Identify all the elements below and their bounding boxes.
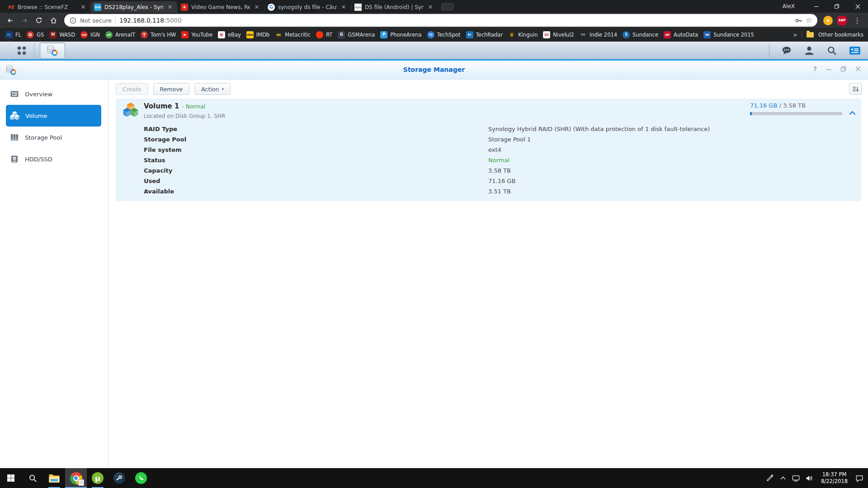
dsm-main-menu-button[interactable] [9, 41, 34, 60]
browser-menu-icon[interactable]: ⋮ [850, 16, 864, 25]
sidebar-item-hdd-ssd[interactable]: HDD/SSD [0, 148, 108, 170]
bookmark-item[interactable]: W WASD [49, 31, 75, 38]
bookmark-item[interactable]: ▶ YouTube [181, 31, 212, 38]
window-minimize-icon[interactable] [826, 66, 831, 71]
bookmark-star-icon[interactable]: ☆ [806, 16, 812, 24]
bookmark-item[interactable]: T Tom's HW [141, 31, 176, 38]
collapse-chevron-up-icon[interactable] [849, 108, 856, 117]
bookmark-item[interactable]: IW Indie 2014 [580, 31, 617, 38]
create-button[interactable]: Create [116, 83, 148, 95]
other-bookmarks-label[interactable]: Other bookmarks [818, 32, 863, 38]
bookmark-item[interactable]: S Sundance [623, 31, 658, 38]
widgets-panel-icon[interactable] [849, 46, 861, 56]
volume-speaker-icon[interactable] [806, 475, 813, 482]
sort-button[interactable] [849, 83, 862, 95]
bookmark-item[interactable]: FL FL [5, 31, 21, 38]
volume-status-separator: - [182, 103, 184, 110]
reload-button[interactable] [33, 14, 45, 27]
bookmark-item[interactable]: TS TechSpot [427, 31, 461, 38]
chrome-taskbar-button[interactable] [65, 468, 87, 488]
search-icon[interactable] [826, 45, 837, 56]
address-bar[interactable]: Not secure 192.168.0.118:5000 ☆ [64, 14, 817, 27]
storage-manager-taskbar-button[interactable] [40, 42, 65, 59]
tab-ds-file[interactable]: Syno DS file (Android) | Synolo ✕ [351, 1, 438, 13]
tab-ds218play[interactable]: DSM DS218play_Alex - Synolog ✕ [90, 1, 177, 13]
sidebar-item-overview[interactable]: Overview [0, 83, 108, 105]
bookmark-item[interactable]: G GS [27, 31, 44, 38]
usage-progress-track [750, 112, 842, 115]
tab-video-game-news[interactable]: + Video Game News, Revie ✕ [177, 1, 264, 13]
bookmark-item[interactable]: tr TechRadar [466, 31, 503, 38]
detail-label: Storage Pool [144, 136, 488, 143]
hidden-icons-chevron-icon[interactable] [780, 476, 786, 480]
windows-ink-pen-icon[interactable] [767, 474, 774, 482]
adblock-plus-icon[interactable]: ABP [837, 16, 847, 25]
minimize-button[interactable] [806, 0, 826, 13]
tab-google-search[interactable]: G synogoly ds file - Căutare ✕ [264, 1, 351, 13]
bookmark-item[interactable]: G GSMArena [338, 31, 375, 38]
window-close-icon[interactable] [855, 66, 861, 71]
bookmark-item[interactable]: P PhoneArena [380, 31, 421, 38]
home-button[interactable] [47, 14, 60, 27]
profile-name[interactable]: AleX [783, 3, 806, 9]
bookmark-item[interactable]: AD AutoData [664, 31, 698, 38]
volume-name: Volume 1 [144, 102, 179, 110]
forward-button[interactable] [18, 14, 31, 27]
start-button[interactable] [0, 468, 22, 488]
close-button[interactable] [847, 0, 868, 13]
user-account-icon[interactable] [804, 45, 815, 56]
tab-close-icon[interactable]: ✕ [427, 4, 434, 10]
new-tab-button[interactable] [441, 3, 454, 10]
bookmark-item[interactable]: m Metacritic [275, 31, 311, 38]
storage-pool-icon [10, 133, 19, 142]
bookmark-item[interactable]: RT [316, 31, 332, 38]
tab-close-icon[interactable]: ✕ [340, 4, 347, 10]
detail-value: 71.16 GB [488, 178, 515, 184]
window-restore-icon[interactable] [840, 66, 846, 72]
security-label[interactable]: Not secure [80, 17, 112, 24]
network-icon[interactable] [792, 475, 800, 482]
bookmark-item[interactable]: e eBay [218, 31, 241, 38]
info-icon[interactable] [70, 17, 76, 24]
password-key-icon[interactable] [795, 17, 802, 24]
window-controls: ? [813, 65, 861, 72]
bookmark-item[interactable]: IMDb IMDb [246, 31, 269, 38]
back-button[interactable] [4, 14, 16, 27]
back-icon [6, 17, 14, 24]
sidebar-item-storage-pool[interactable]: Storage Pool [0, 127, 108, 148]
bookmark-label: FL [15, 32, 21, 38]
bookmark-item[interactable]: IW Sundance 2015 [703, 31, 754, 38]
extension-star-icon[interactable]: ★ [823, 16, 833, 25]
help-button[interactable]: ? [813, 65, 817, 72]
tab-close-icon[interactable]: ✕ [166, 4, 174, 10]
sidebar-item-label: Storage Pool [25, 134, 62, 141]
reload-icon [35, 17, 42, 24]
action-center-icon[interactable] [855, 474, 863, 482]
detail-label: File system [144, 146, 488, 153]
storage-manager-window-icon [5, 64, 17, 78]
tab-close-icon[interactable]: ✕ [80, 4, 87, 10]
remove-button[interactable]: Remove [153, 83, 190, 95]
window-header[interactable]: Storage Manager ? [0, 61, 868, 80]
google-favicon-icon: G [268, 4, 275, 11]
sidebar-item-volume[interactable]: Volume [6, 105, 101, 127]
restore-button[interactable] [826, 0, 847, 13]
taskbar-clock[interactable]: 18:37 PM 8/22/2018 [819, 471, 849, 485]
file-explorer-button[interactable] [43, 468, 65, 488]
bookmark-item[interactable]: ♛ Kinguin [508, 31, 538, 38]
tab-close-icon[interactable]: ✕ [253, 4, 260, 10]
whatsapp-button[interactable] [130, 468, 152, 488]
tab-scenefz[interactable]: FZ Browse :: SceneFZ ✕ [4, 1, 90, 13]
bookmark-label: PhoneArena [390, 32, 421, 38]
bookmarks-overflow-chevron[interactable]: » [793, 31, 797, 38]
taskbar-search-button[interactable] [22, 468, 43, 488]
bookmark-item[interactable]: N2 Nivelul2 [543, 31, 574, 38]
dsm-taskbar [0, 42, 868, 61]
bookmark-item[interactable]: ait ArenaIT [105, 31, 135, 38]
steam-button[interactable] [108, 468, 130, 488]
action-button[interactable]: Action ▾ [194, 83, 231, 95]
bookmark-item[interactable]: IGN IGN [80, 31, 100, 38]
notifications-chat-icon[interactable] [781, 45, 792, 56]
url-text[interactable]: 192.168.0.118:5000 [119, 17, 791, 24]
utorrent-button[interactable]: µ [87, 468, 108, 488]
